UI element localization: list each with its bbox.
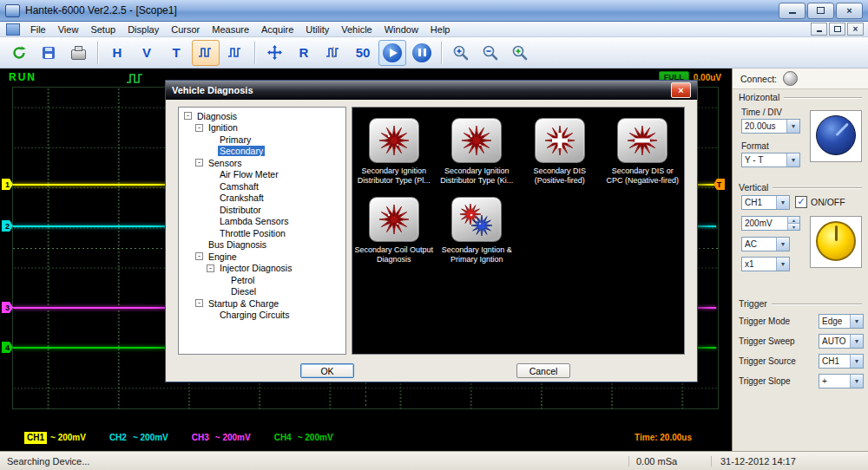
chevron-down-icon[interactable] [850, 335, 863, 348]
trigger-slope-select[interactable]: + [819, 374, 864, 388]
tree-item-distributor[interactable]: Distributor [179, 204, 345, 216]
trigger-setup-button[interactable]: T [162, 40, 190, 66]
tree-item-diesel[interactable]: Diesel [179, 286, 345, 298]
spin-down-icon[interactable] [788, 224, 799, 230]
start-button[interactable] [378, 40, 406, 66]
horizontal-position-knob[interactable] [816, 115, 856, 155]
channel-badge-ch2[interactable]: CH2~ 200mV [107, 432, 168, 444]
tree-item-bus-diagnosis[interactable]: Bus Diagnosis [179, 239, 345, 251]
dvm-50-button[interactable]: 50 [349, 40, 377, 66]
trigger-sweep-select[interactable]: AUTO [819, 334, 864, 349]
channel-badge-ch3[interactable]: CH3~ 200mV [189, 432, 251, 444]
coupling-select[interactable]: AC [741, 237, 790, 251]
time-div-select[interactable]: 20.00us [741, 119, 800, 134]
cursor-measure-button[interactable] [319, 40, 347, 66]
test-button-secondary-ignition-distributor-type-ki[interactable] [451, 118, 502, 163]
test-button-secondary-dis-positive-fired[interactable] [535, 118, 585, 163]
tree-item-petrol[interactable]: Petrol [179, 274, 345, 286]
print-button[interactable] [64, 40, 92, 66]
tree-expander-icon[interactable]: - [195, 299, 203, 307]
tree-expander-icon[interactable]: - [184, 112, 192, 120]
menu-window[interactable]: Window [378, 23, 424, 36]
zoom-in-button[interactable] [447, 40, 475, 66]
chevron-down-icon[interactable] [786, 120, 799, 133]
tree-item-startup-charge[interactable]: -Startup & Charge [179, 297, 345, 310]
spin-up-icon[interactable] [788, 217, 799, 224]
menu-vehicle[interactable]: Vehicle [335, 23, 378, 36]
tree-expander-icon[interactable]: - [195, 159, 203, 166]
tree-item-throttle-position[interactable]: Throttle Position [179, 227, 345, 239]
mdi-close-button[interactable]: × [847, 23, 864, 36]
vertical-setup-button[interactable]: V [133, 40, 161, 66]
menu-setup[interactable]: Setup [84, 23, 122, 36]
trigger-mode-select[interactable]: Edge [819, 314, 864, 329]
menu-display[interactable]: Display [122, 23, 165, 36]
chevron-down-icon[interactable] [850, 355, 863, 368]
dialog-close-button[interactable]: × [671, 82, 691, 98]
close-icon: × [853, 25, 858, 34]
mdi-restore-button[interactable] [829, 23, 845, 36]
chevron-down-icon[interactable] [776, 238, 789, 251]
close-button[interactable]: × [836, 3, 863, 19]
tree-item-engine[interactable]: -Engine [179, 251, 345, 263]
restore-icon [817, 7, 825, 14]
menu-acquire[interactable]: Acquire [255, 23, 299, 36]
save-button[interactable] [35, 40, 62, 66]
connect-indicator[interactable] [783, 71, 798, 86]
probe-select[interactable]: x1 [741, 257, 790, 271]
onoff-checkbox[interactable] [795, 196, 807, 208]
chevron-down-icon[interactable] [776, 196, 789, 209]
tree-expander-icon[interactable]: - [207, 264, 214, 272]
reference-button[interactable]: R [290, 40, 318, 66]
waveform-roll-button[interactable] [221, 40, 249, 66]
tree-item-sensors[interactable]: -Sensors [179, 157, 345, 169]
horizontal-setup-button[interactable]: H [103, 40, 131, 66]
chevron-down-icon[interactable] [850, 375, 863, 388]
menu-utility[interactable]: Utility [299, 23, 335, 36]
tree-item-charging-circuits[interactable]: Charging Circuits [179, 310, 345, 322]
tree-item-secondary[interactable]: Secondary [179, 146, 345, 158]
menu-cursor[interactable]: Cursor [165, 23, 206, 36]
tree-item-primary[interactable]: Primary [179, 134, 345, 146]
tree-item-air-flow-meter[interactable]: Air Flow Meter [179, 169, 345, 181]
zoom-out-button[interactable] [477, 40, 504, 66]
tree-item-diagnosis[interactable]: -Diagnosis [179, 110, 345, 122]
dialog-title-bar[interactable]: Vehicle Diagnosis × [166, 81, 697, 100]
channel-badge-ch4[interactable]: CH4~ 200mV [272, 432, 333, 444]
format-select[interactable]: Y - T [741, 153, 800, 167]
test-button-secondary-coil-output-diagnosis[interactable] [369, 197, 419, 242]
channel-select[interactable]: CH1 [741, 195, 790, 210]
volts-div-spinner[interactable]: 200mV [741, 216, 800, 231]
test-button-secondary-igntion-primary-igntion[interactable] [451, 197, 502, 242]
chevron-down-icon[interactable] [776, 258, 789, 271]
pan-button[interactable] [260, 40, 288, 66]
restore-button[interactable] [807, 3, 834, 19]
application-window: Hantek-6000 Ver2.2.5 - [Scope1] × FileVi… [0, 0, 868, 470]
cancel-button[interactable]: Cancel [516, 363, 570, 378]
tree-item-camshaft[interactable]: Camshaft [179, 180, 345, 193]
tree-item-ignition[interactable]: -Ignition [179, 122, 345, 134]
tree-item-injector-diagnosis[interactable]: -Injector Diagnosis [179, 263, 345, 275]
tree-item-lambda-sensors[interactable]: Lambda Sensors [179, 216, 345, 228]
ok-button[interactable]: OK [300, 363, 354, 378]
chevron-down-icon[interactable] [786, 153, 799, 166]
pause-button[interactable] [408, 40, 436, 66]
test-button-secondary-ignition-distributor-type-pl[interactable] [369, 118, 419, 163]
trigger-source-select[interactable]: CH1 [819, 354, 864, 369]
auto-setup-button[interactable] [5, 40, 33, 66]
tree-expander-icon[interactable]: - [195, 124, 203, 132]
vertical-position-knob[interactable] [816, 221, 856, 261]
auto-scale-button[interactable] [506, 40, 534, 66]
test-button-secondary-dis-or-cpc-negative-fired[interactable] [617, 118, 667, 163]
menu-help[interactable]: Help [424, 23, 457, 36]
menu-measure[interactable]: Measure [206, 23, 255, 36]
tree-item-crankshaft[interactable]: Crankshaft [179, 193, 345, 205]
menu-file[interactable]: File [24, 23, 52, 36]
minimize-button[interactable] [779, 3, 806, 19]
chevron-down-icon[interactable] [850, 315, 863, 328]
menu-view[interactable]: View [52, 23, 85, 36]
tree-expander-icon[interactable]: - [195, 252, 203, 260]
mdi-minimize-button[interactable] [811, 23, 827, 36]
channel-badge-ch1[interactable]: CH1~ 200mV [24, 432, 86, 444]
waveform-normal-button[interactable] [192, 40, 220, 66]
